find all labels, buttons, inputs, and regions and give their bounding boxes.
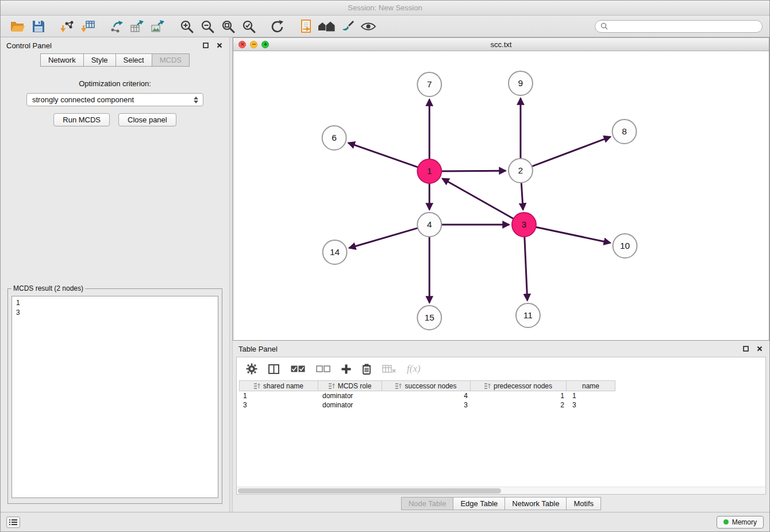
- network-graph[interactable]: 7968124314101511: [233, 51, 769, 340]
- cell-successor-nodes[interactable]: 4: [383, 392, 472, 400]
- zoom-selected-button[interactable]: [238, 17, 259, 36]
- export-network-button[interactable]: [106, 17, 127, 36]
- zoom-in-button[interactable]: [176, 17, 197, 36]
- graph-edge-3-11[interactable]: [525, 237, 528, 300]
- table-row[interactable]: 1 dominator 4 1 1: [239, 391, 765, 400]
- cell-successor-nodes[interactable]: 3: [383, 401, 472, 409]
- tab-network-table[interactable]: Network Table: [505, 497, 567, 510]
- tab-node-table[interactable]: Node Table: [401, 497, 454, 510]
- tab-style[interactable]: Style: [84, 53, 116, 67]
- close-table-panel-button[interactable]: [756, 345, 764, 353]
- open-folder-icon: [10, 20, 25, 33]
- tab-mcds[interactable]: MCDS: [152, 53, 190, 67]
- column-header-label: predecessor nodes: [494, 382, 552, 390]
- search-input[interactable]: [611, 22, 757, 30]
- window-titlebar: Session: New Session: [1, 1, 769, 16]
- zoom-fit-icon: [221, 19, 236, 34]
- cell-shared-name[interactable]: 3: [239, 401, 318, 409]
- sort-icon: [254, 383, 260, 389]
- graph-edge-4-14[interactable]: [349, 228, 418, 248]
- zoom-fit-button[interactable]: [218, 17, 238, 36]
- minimize-window-button[interactable]: [250, 41, 257, 48]
- select-all-rows-button[interactable]: [291, 365, 305, 373]
- column-header-name[interactable]: name: [566, 380, 615, 391]
- tab-motifs[interactable]: Motifs: [567, 497, 601, 510]
- maximize-window-icon: [263, 42, 268, 47]
- graph-node-label-6: 6: [332, 133, 337, 142]
- add-column-button[interactable]: [341, 364, 351, 374]
- graph-edge-2-3[interactable]: [521, 183, 523, 210]
- open-session-button[interactable]: [7, 17, 28, 36]
- float-window-icon: [743, 346, 749, 352]
- criterion-dropdown-value: strongly connected component: [32, 95, 134, 104]
- column-header-shared-name[interactable]: shared name: [239, 380, 318, 391]
- column-visibility-button[interactable]: [268, 364, 280, 374]
- zoom-in-icon: [179, 19, 194, 34]
- graph-edge-3-10[interactable]: [536, 227, 610, 242]
- import-table-button[interactable]: [78, 17, 98, 36]
- cell-mcds-role[interactable]: dominator: [318, 401, 383, 409]
- cell-predecessor-nodes[interactable]: 2: [472, 401, 568, 409]
- application-window: Session: New Session: [0, 0, 770, 532]
- columns-icon: [268, 364, 280, 374]
- page-share-icon: [301, 20, 312, 33]
- mcds-result-title: MCDS result (2 nodes): [11, 284, 85, 292]
- show-details-button[interactable]: [358, 17, 379, 36]
- tab-select[interactable]: Select: [116, 53, 152, 67]
- graph-node-label-4: 4: [427, 219, 432, 229]
- scrollbar-thumb[interactable]: [238, 488, 501, 494]
- float-table-panel-button[interactable]: [742, 345, 750, 353]
- page-share-button[interactable]: [296, 17, 317, 36]
- close-icon: [757, 346, 763, 352]
- import-network-button[interactable]: [57, 17, 78, 36]
- criterion-dropdown[interactable]: strongly connected component: [26, 93, 203, 106]
- maximize-window-button[interactable]: [261, 41, 269, 48]
- export-table-button[interactable]: [127, 17, 148, 36]
- network-canvas[interactable]: 7968124314101511: [233, 51, 769, 340]
- status-bar: Memory: [1, 512, 769, 531]
- memory-button[interactable]: Memory: [717, 516, 764, 529]
- cell-name[interactable]: 3: [568, 401, 618, 409]
- graph-node-label-11: 11: [523, 310, 533, 320]
- mcds-panel-body: Optimization criterion: strongly connect…: [1, 67, 229, 512]
- zoom-out-button[interactable]: [197, 17, 218, 36]
- graph-edge-1-6[interactable]: [348, 143, 418, 168]
- graph-edge-2-8[interactable]: [532, 137, 611, 167]
- table-settings-button[interactable]: [246, 363, 257, 375]
- home-button[interactable]: [317, 17, 337, 36]
- table-row[interactable]: 3 dominator 3 2 3: [239, 400, 765, 410]
- style-brush-icon: [341, 20, 355, 33]
- cell-predecessor-nodes[interactable]: 1: [472, 392, 568, 400]
- memory-indicator-dot: [723, 519, 729, 525]
- column-header-mcds-role[interactable]: MCDS role: [318, 380, 382, 391]
- task-history-button[interactable]: [6, 516, 20, 528]
- control-panel-header: Control Panel: [1, 37, 229, 53]
- search-icon: [600, 22, 608, 30]
- float-panel-button[interactable]: [202, 41, 210, 49]
- mcds-result-list[interactable]: 1 3: [11, 296, 218, 498]
- network-window-title: scc.txt: [233, 40, 769, 49]
- deselect-all-rows-button[interactable]: [316, 365, 330, 373]
- delete-column-button[interactable]: [362, 363, 371, 375]
- cell-shared-name[interactable]: 1: [239, 392, 318, 400]
- export-image-button[interactable]: [148, 17, 168, 36]
- cell-name[interactable]: 1: [568, 392, 618, 400]
- close-window-icon: [240, 42, 245, 47]
- tab-edge-table[interactable]: Edge Table: [453, 497, 505, 510]
- refresh-button[interactable]: [267, 17, 288, 36]
- cell-mcds-role[interactable]: dominator: [318, 392, 383, 400]
- graph-edge-1-2[interactable]: [441, 171, 506, 171]
- column-header-successor-nodes[interactable]: successor nodes: [382, 380, 471, 391]
- run-mcds-button[interactable]: Run MCDS: [53, 113, 110, 126]
- column-header-predecessor-nodes[interactable]: predecessor nodes: [470, 380, 567, 391]
- graph-edge-3-1[interactable]: [442, 179, 514, 219]
- close-panel-action-button[interactable]: Close panel: [118, 113, 176, 126]
- close-window-button[interactable]: [238, 41, 246, 48]
- save-session-button[interactable]: [28, 17, 49, 36]
- close-panel-button[interactable]: [215, 41, 224, 49]
- delete-table-icon: [382, 364, 396, 373]
- style-brush-button[interactable]: [337, 17, 358, 36]
- table-panel-title: Table Panel: [238, 345, 278, 353]
- table-horizontal-scrollbar[interactable]: [237, 487, 765, 494]
- tab-network[interactable]: Network: [40, 53, 84, 67]
